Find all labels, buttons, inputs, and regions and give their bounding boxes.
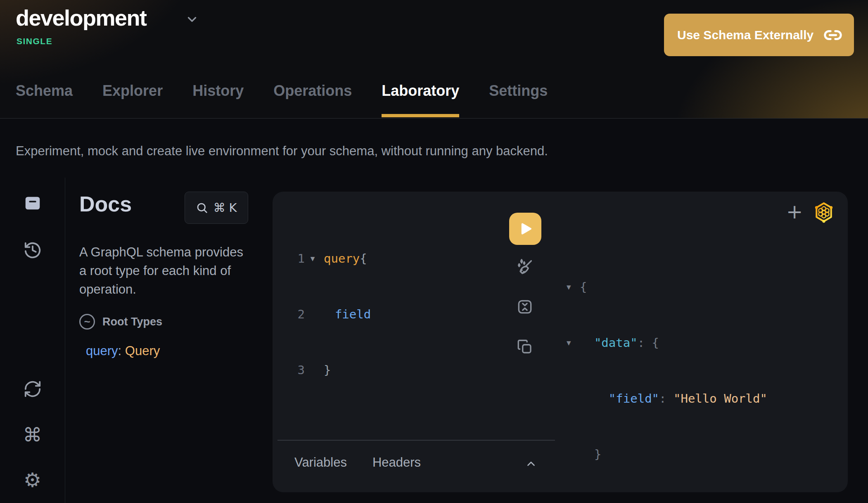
reload-icon	[23, 380, 42, 399]
line-number: 3	[273, 361, 305, 380]
gear-icon: ⚙	[24, 470, 41, 490]
root-type-separator: :	[118, 344, 125, 358]
root-types-icon: ~	[79, 314, 95, 330]
code-text: query{	[320, 249, 367, 268]
add-tab-button[interactable]: +	[784, 201, 805, 222]
page-header: development SINGLE Use Schema Externally…	[0, 0, 868, 119]
code-text: {	[580, 278, 587, 297]
response-viewer: ▾ { ▾ "data": { "field": "Hello World" }…	[562, 241, 767, 503]
sidebar-item-history[interactable]	[22, 240, 43, 261]
chevron-up-icon	[524, 458, 538, 470]
response-line-4: }	[562, 445, 767, 464]
collapse-editor-tools-button[interactable]	[524, 458, 538, 470]
query-line-1: 1 ▾ query{	[273, 249, 371, 268]
docs-description: A GraphQL schema provides a root type fo…	[79, 243, 253, 299]
page-subtitle: Experiment, mock and create live environ…	[16, 144, 548, 159]
line-number: 2	[273, 305, 305, 324]
copy-query-button[interactable]	[516, 338, 534, 356]
response-line-3: "field": "Hello World"	[562, 389, 767, 408]
docs-book-icon	[23, 194, 42, 213]
code-text: }	[580, 501, 587, 503]
root-types-label: Root Types	[102, 316, 162, 328]
command-icon: ⌘	[23, 425, 42, 444]
query-editor[interactable]: 1 ▾ query{ 2 field 3 }	[273, 212, 371, 417]
use-schema-externally-button[interactable]: Use Schema Externally	[664, 14, 854, 56]
tab-history[interactable]: History	[192, 83, 244, 99]
prettify-query-button[interactable]	[515, 258, 534, 277]
target-mode-badge: SINGLE	[17, 36, 52, 46]
fold-triangle-icon[interactable]: ▾	[562, 278, 580, 297]
sidebar-item-shortcuts[interactable]: ⌘	[22, 424, 43, 446]
sidebar-item-reload-schema[interactable]	[22, 378, 43, 400]
code-text: }	[580, 445, 601, 464]
editor-tools-divider	[277, 440, 555, 441]
query-line-2: 2 field	[273, 305, 371, 324]
root-types-section: ~ Root Types	[79, 314, 162, 330]
root-type-type-link[interactable]: Query	[125, 344, 160, 358]
target-title: development	[16, 6, 147, 30]
merge-fragments-button[interactable]	[516, 298, 534, 316]
sidebar-item-settings[interactable]: ⚙	[22, 469, 43, 491]
copy-icon	[516, 338, 534, 356]
search-icon	[196, 202, 208, 214]
play-icon	[518, 222, 532, 236]
root-type-name[interactable]: query	[86, 344, 118, 358]
tab-headers[interactable]: Headers	[372, 455, 421, 470]
tab-explorer[interactable]: Explorer	[102, 83, 163, 99]
prettify-sparkle-broom-icon	[515, 258, 534, 277]
code-text: "data": {	[580, 334, 659, 352]
search-shortcut-label: ⌘ K	[213, 201, 237, 215]
use-schema-externally-label: Use Schema Externally	[677, 28, 813, 42]
code-text: "field": "Hello World"	[580, 389, 767, 408]
line-number: 1	[273, 249, 305, 268]
laboratory-sidebar: ⌘ ⚙	[0, 178, 65, 503]
response-line-5: }	[562, 501, 767, 503]
response-line-1: ▾ {	[562, 278, 767, 297]
tab-settings[interactable]: Settings	[489, 83, 548, 99]
fold-triangle-icon[interactable]: ▾	[562, 334, 580, 352]
tab-laboratory[interactable]: Laboratory	[382, 83, 459, 99]
sidebar-item-docs[interactable]	[22, 192, 43, 214]
response-line-2: ▾ "data": {	[562, 334, 767, 352]
execute-query-button[interactable]	[509, 213, 541, 245]
fold-triangle-icon[interactable]: ▾	[305, 249, 320, 268]
main-nav-tabs: Schema Explorer History Operations Labor…	[16, 83, 548, 99]
laboratory-page: { "header": { "title": "development", "b…	[0, 0, 868, 503]
history-clock-icon	[23, 241, 42, 260]
code-text: }	[320, 361, 331, 380]
query-line-3: 3 }	[273, 361, 371, 380]
code-text: field	[320, 305, 371, 324]
hive-logo-icon[interactable]	[813, 202, 834, 223]
target-selector-chevron-down-icon[interactable]	[185, 12, 199, 26]
root-type-query-link[interactable]: query: Query	[86, 344, 160, 358]
editor-tools-tabs: Variables Headers	[294, 455, 421, 470]
docs-search-button[interactable]: ⌘ K	[185, 192, 248, 224]
graphiql-panel: 1 ▾ query{ 2 field 3 }	[273, 192, 848, 492]
merge-icon	[516, 298, 534, 316]
tab-operations[interactable]: Operations	[273, 83, 352, 99]
tab-variables[interactable]: Variables	[294, 455, 347, 470]
docs-title: Docs	[79, 192, 132, 216]
tab-schema[interactable]: Schema	[16, 83, 73, 99]
link-icon	[823, 26, 842, 45]
